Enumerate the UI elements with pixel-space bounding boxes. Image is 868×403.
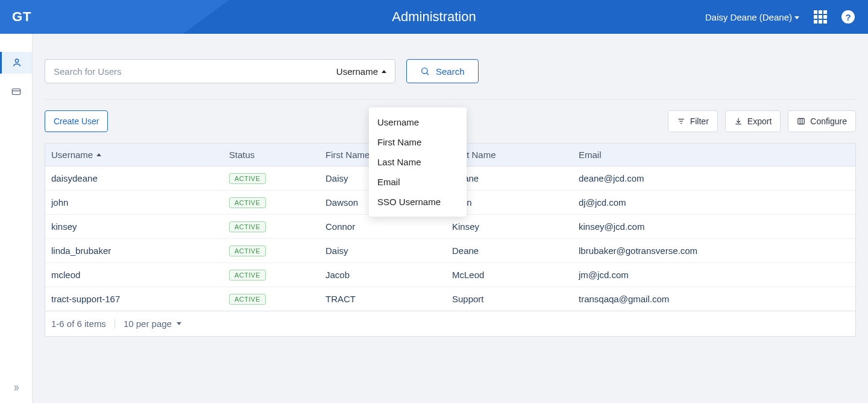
column-label: First Name [326, 150, 370, 160]
configure-button[interactable]: Configure [788, 110, 856, 132]
svg-rect-8 [798, 118, 805, 124]
table-footer: 1-6 of 6 items 10 per page [45, 311, 855, 336]
status-badge: ACTIVE [229, 197, 266, 208]
cell-first-name: Connor [319, 215, 446, 238]
search-type-label: Username [336, 66, 378, 77]
configure-label: Configure [810, 116, 847, 126]
sidebar-item-secondary[interactable] [0, 81, 32, 103]
dropdown-option[interactable]: First Name [369, 132, 467, 152]
per-page-label: 10 per page [124, 319, 172, 329]
chevron-down-icon [177, 322, 181, 325]
chevron-down-icon [794, 16, 799, 19]
export-button[interactable]: Export [725, 110, 781, 132]
user-label: Daisy Deane (Deane) [705, 12, 792, 22]
separator [115, 319, 115, 329]
column-email[interactable]: Email [573, 144, 855, 166]
chevrons-right-icon [11, 384, 21, 392]
topbar-right: Daisy Deane (Deane) ? [705, 10, 868, 24]
cell-last-name: Deane [446, 240, 573, 262]
cell-status: ACTIVE [223, 191, 319, 214]
status-badge: ACTIVE [229, 294, 266, 305]
sidebar [0, 34, 33, 403]
table-row[interactable]: kinseyACTIVEConnorKinseykinsey@jcd.com [45, 215, 855, 239]
cell-email: deane@jcd.com [573, 167, 855, 189]
search-type-dropdown[interactable]: Username [328, 60, 395, 83]
svg-point-3 [422, 68, 427, 74]
columns-icon [797, 117, 805, 125]
export-label: Export [747, 116, 772, 126]
cell-username: mcleod [45, 264, 223, 286]
dropdown-option[interactable]: SSO Username [369, 192, 467, 212]
search-combo: Username [45, 59, 395, 83]
cell-last-name: Kinsey [446, 215, 573, 238]
cell-last-name: McLeod [446, 264, 573, 286]
sort-asc-icon [96, 153, 101, 156]
cell-username: daisydeane [45, 167, 223, 189]
column-status[interactable]: Status [223, 144, 319, 166]
svg-rect-1 [12, 89, 20, 94]
chevron-up-icon [382, 70, 386, 73]
column-label: Username [51, 150, 93, 160]
section-divider [45, 99, 856, 100]
status-badge: ACTIVE [229, 173, 266, 184]
cell-first-name: TRACT [319, 288, 446, 310]
sidebar-expand[interactable] [0, 384, 32, 392]
cell-username: linda_brubaker [45, 240, 223, 262]
svg-point-0 [15, 59, 18, 62]
column-username[interactable]: Username [45, 144, 223, 166]
cell-status: ACTIVE [223, 263, 319, 287]
actions-right: Filter Export Configur [668, 110, 856, 132]
status-badge: ACTIVE [229, 246, 266, 256]
top-bar: GT Administration Daisy Deane (Deane) ? [0, 0, 868, 34]
dropdown-option[interactable]: Last Name [369, 152, 467, 172]
card-icon [11, 87, 21, 96]
table-row[interactable]: linda_brubakerACTIVEDaisyDeanelbrubaker@… [45, 239, 855, 263]
help-icon[interactable]: ? [841, 10, 855, 24]
cell-email: dj@jcd.com [573, 191, 855, 214]
column-label: Status [229, 150, 255, 160]
status-badge: ACTIVE [229, 270, 266, 281]
dropdown-option[interactable]: Username [369, 112, 467, 132]
status-badge: ACTIVE [229, 221, 266, 232]
column-label: Email [579, 150, 602, 160]
cell-first-name: Daisy [319, 240, 446, 262]
cell-username: john [45, 191, 223, 214]
search-icon [420, 66, 430, 76]
app-logo: GT [12, 9, 32, 25]
sidebar-item-users[interactable] [0, 52, 32, 74]
filter-button[interactable]: Filter [668, 110, 718, 132]
search-type-options: UsernameFirst NameLast NameEmailSSO User… [369, 107, 467, 217]
table-row[interactable]: tract-support-167ACTIVETRACTSupporttrans… [45, 287, 855, 311]
filter-icon [677, 117, 685, 125]
filter-label: Filter [690, 116, 709, 126]
cell-status: ACTIVE [223, 239, 319, 262]
page-title: Administration [392, 9, 476, 25]
cell-status: ACTIVE [223, 287, 319, 311]
download-icon [734, 117, 743, 125]
user-menu[interactable]: Daisy Deane (Deane) [705, 12, 799, 22]
cell-last-name: Support [446, 288, 573, 310]
content-area: Username Search Create User [33, 34, 868, 403]
per-page-dropdown[interactable]: 10 per page [124, 319, 181, 329]
cell-email: lbrubaker@gotransverse.com [573, 240, 855, 262]
cell-email: transqaqa@gmail.com [573, 288, 855, 310]
table-row[interactable]: mcleodACTIVEJacobMcLeodjm@jcd.com [45, 263, 855, 287]
cell-email: kinsey@jcd.com [573, 215, 855, 238]
svg-line-4 [427, 73, 429, 75]
cell-status: ACTIVE [223, 215, 319, 238]
cell-status: ACTIVE [223, 167, 319, 190]
cell-email: jm@jcd.com [573, 264, 855, 286]
search-row: Username Search [45, 59, 856, 83]
cell-username: kinsey [45, 215, 223, 238]
user-icon [12, 58, 22, 68]
search-button-label: Search [436, 66, 465, 77]
pagination-range: 1-6 of 6 items [51, 319, 106, 329]
search-button[interactable]: Search [406, 59, 479, 83]
dropdown-option[interactable]: Email [369, 172, 467, 192]
apps-grid-icon[interactable] [814, 10, 827, 24]
create-user-button[interactable]: Create User [45, 110, 108, 132]
search-input[interactable] [45, 60, 328, 83]
cell-first-name: Jacob [319, 264, 446, 286]
cell-username: tract-support-167 [45, 288, 223, 310]
